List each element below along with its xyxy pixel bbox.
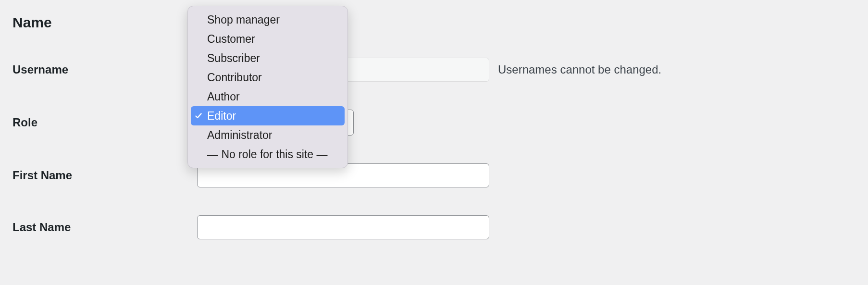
last-name-field-wrap: [197, 215, 489, 239]
role-option[interactable]: Administrator: [191, 125, 345, 145]
role-option-label: Author: [207, 90, 240, 103]
role-option-label: Shop manager: [207, 13, 280, 26]
role-option[interactable]: Author: [191, 87, 345, 106]
role-option-label: Subscriber: [207, 52, 260, 65]
role-option-label: Customer: [207, 33, 255, 46]
check-icon: [195, 112, 207, 120]
last-name-input[interactable]: [197, 215, 489, 239]
username-description: Usernames cannot be changed.: [498, 63, 661, 76]
first-name-row: First Name: [12, 163, 856, 187]
role-option[interactable]: Contributor: [191, 68, 345, 87]
role-option-label: — No role for this site —: [207, 148, 328, 161]
last-name-label: Last Name: [12, 221, 197, 234]
role-option[interactable]: Shop manager: [191, 10, 345, 29]
role-option-label: Administrator: [207, 129, 272, 142]
role-option[interactable]: Editor: [191, 106, 345, 125]
role-option[interactable]: Subscriber: [191, 49, 345, 68]
role-option-label: Editor: [207, 110, 236, 123]
last-name-row: Last Name: [12, 215, 856, 239]
role-option[interactable]: Customer: [191, 29, 345, 49]
section-heading: Name: [12, 14, 856, 31]
role-label: Role: [12, 116, 197, 129]
username-row: Username Usernames cannot be changed.: [12, 58, 856, 82]
user-profile-name-section: Name Username Usernames cannot be change…: [0, 0, 868, 282]
role-option[interactable]: — No role for this site —: [191, 145, 345, 164]
role-option-label: Contributor: [207, 71, 262, 84]
role-row: Role: [12, 110, 856, 136]
role-dropdown[interactable]: Shop managerCustomerSubscriberContributo…: [187, 6, 348, 168]
username-label: Username: [12, 63, 197, 76]
first-name-label: First Name: [12, 169, 197, 182]
